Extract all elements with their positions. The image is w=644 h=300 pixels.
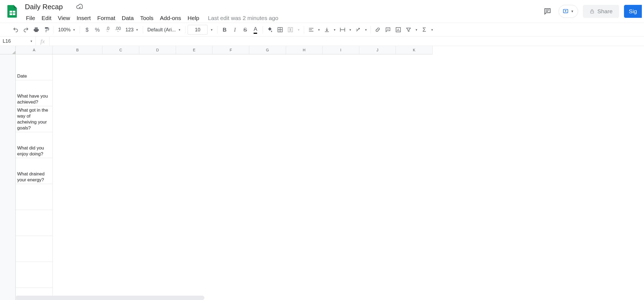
font-size-input[interactable]: 10 [188, 25, 208, 35]
column-header-I[interactable]: I [323, 46, 359, 54]
chevron-down-icon[interactable]: ▼ [317, 28, 321, 31]
cell-G1[interactable] [16, 210, 53, 236]
cell-I1[interactable] [16, 262, 53, 288]
menu-insert[interactable]: Insert [73, 13, 94, 23]
column-header-C[interactable]: C [102, 46, 139, 54]
name-box[interactable]: L16 ▼ [0, 37, 36, 46]
cell-A1[interactable]: Date [16, 54, 53, 80]
text-wrap-icon[interactable] [338, 25, 347, 35]
horizontal-scrollbar[interactable] [15, 296, 204, 300]
chevron-down-icon[interactable]: ▼ [332, 28, 337, 31]
merge-cells-icon[interactable] [286, 25, 295, 35]
toolbar-separator [80, 26, 80, 34]
toolbar-separator [143, 26, 143, 34]
menu-help[interactable]: Help [184, 13, 203, 23]
format-currency-button[interactable]: $ [82, 25, 92, 35]
chevron-down-icon[interactable]: ▼ [348, 28, 353, 31]
cell-H1[interactable] [16, 236, 53, 262]
paint-format-icon[interactable] [42, 25, 51, 35]
chevron-down-icon[interactable]: ▼ [208, 28, 215, 31]
chevron-down-icon[interactable]: ▼ [430, 28, 434, 31]
present-button[interactable]: ▼ [559, 5, 578, 18]
insert-link-icon[interactable] [373, 25, 383, 35]
font-family-dropdown[interactable]: Default (Ari... ▼ [145, 25, 183, 35]
column-header-F[interactable]: F [213, 46, 249, 54]
menu-edit[interactable]: Edit [38, 13, 55, 23]
menu-file[interactable]: File [23, 13, 38, 23]
toolbar-separator [217, 26, 218, 34]
lock-icon [589, 9, 595, 14]
row-header-1[interactable]: 1 [0, 54, 15, 300]
chevron-down-icon[interactable]: ▼ [363, 28, 368, 31]
format-percent-button[interactable]: % [92, 25, 102, 35]
toolbar: 100% ▼ $ % .0 ← .00 → 123 ▼ Default (Ari… [0, 23, 644, 37]
cell-F1[interactable] [16, 184, 53, 210]
column-header-A[interactable]: A [15, 46, 53, 54]
fill-color-icon[interactable] [265, 25, 275, 35]
borders-icon[interactable] [275, 25, 285, 35]
column-header-D[interactable]: D [139, 46, 176, 54]
spreadsheet-grid[interactable]: ABCDEFGHIJK 1DateWhat have you achieved?… [0, 46, 644, 300]
chevron-down-icon[interactable]: ▼ [296, 28, 302, 31]
column-header-H[interactable]: H [286, 46, 323, 54]
column-header-B[interactable]: B [53, 46, 102, 54]
cell-D1[interactable]: What did you enjoy doing? [16, 132, 53, 158]
signin-button[interactable]: Sig [624, 5, 642, 18]
text-color-icon[interactable]: A [251, 25, 260, 35]
cell-C1[interactable]: What got in the way of acheiving your go… [16, 106, 53, 132]
insert-chart-icon[interactable] [393, 25, 403, 35]
text-rotation-icon[interactable]: A [353, 25, 363, 35]
menu-format[interactable]: Format [94, 13, 119, 23]
cloud-saved-icon[interactable] [76, 3, 84, 11]
select-all-corner[interactable] [0, 46, 15, 54]
undo-icon[interactable] [11, 25, 21, 35]
formula-input[interactable] [50, 37, 644, 46]
menu-addons[interactable]: Add-ons [157, 13, 184, 23]
vertical-align-icon[interactable] [322, 25, 332, 35]
increase-decimal-button[interactable]: .00 → [113, 25, 123, 35]
menu-tools[interactable]: Tools [137, 13, 157, 23]
present-upload-icon [563, 8, 569, 14]
fx-icon: fx [36, 37, 50, 46]
toolbar-separator [263, 26, 263, 34]
cell-B1[interactable]: What have you achieved? [16, 80, 53, 106]
zoom-dropdown[interactable]: 100% ▼ [56, 25, 78, 35]
share-label: Share [597, 8, 613, 15]
column-header-G[interactable]: G [249, 46, 286, 54]
svg-text:A: A [356, 28, 358, 31]
comments-icon[interactable] [541, 5, 554, 18]
chevron-down-icon: ▼ [571, 9, 574, 13]
horizontal-align-icon[interactable] [306, 25, 316, 35]
column-header-K[interactable]: K [396, 46, 433, 54]
svg-rect-7 [590, 11, 594, 13]
title-bar: Daily Recap File Edit View Insert Format… [0, 0, 644, 23]
toolbar-separator [304, 26, 304, 34]
print-icon[interactable] [31, 25, 41, 35]
cell-E1[interactable]: What drained your energy? [16, 158, 53, 184]
column-header-J[interactable]: J [359, 46, 396, 54]
strikethrough-icon[interactable]: S [240, 25, 250, 35]
redo-icon[interactable] [21, 25, 31, 35]
svg-rect-11 [288, 28, 290, 32]
menu-data[interactable]: Data [118, 13, 137, 23]
menu-view[interactable]: View [55, 13, 73, 23]
share-button[interactable]: Share [583, 5, 619, 18]
functions-icon[interactable]: Σ [419, 25, 429, 35]
chevron-down-icon: ▼ [178, 28, 181, 31]
decrease-decimal-button[interactable]: .0 ← [103, 25, 112, 35]
insert-comment-icon[interactable] [383, 25, 393, 35]
document-title[interactable]: Daily Recap [24, 3, 64, 11]
toolbar-separator [54, 26, 54, 34]
toolbar-separator [185, 26, 185, 34]
sheets-logo-icon[interactable] [5, 4, 20, 19]
chevron-down-icon[interactable]: ▼ [414, 28, 419, 31]
numfmt-label: 123 [125, 27, 134, 33]
number-format-dropdown[interactable]: 123 ▼ [123, 25, 141, 35]
bold-icon[interactable]: B [220, 25, 230, 35]
font-size-value: 10 [195, 27, 200, 33]
column-header-E[interactable]: E [176, 46, 213, 54]
filter-icon[interactable] [404, 25, 413, 35]
last-edit-label[interactable]: Last edit was 2 minutes ago [203, 15, 278, 21]
toolbar-separator [370, 26, 371, 34]
italic-icon[interactable]: I [230, 25, 240, 35]
